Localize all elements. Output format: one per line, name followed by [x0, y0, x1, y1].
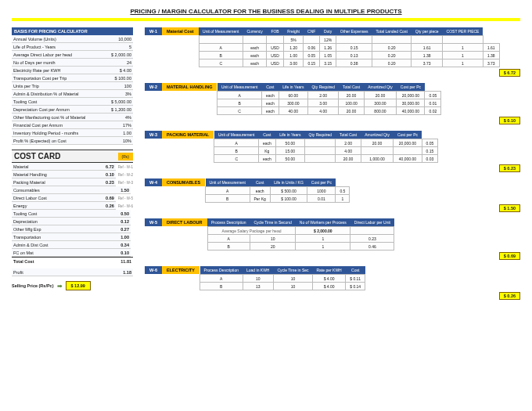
cc-val: 0.26	[91, 204, 114, 208]
basis-row: Tooling Cost$ 5,000.00	[12, 98, 133, 106]
th: Cost per Pc	[397, 83, 425, 92]
worksheet-W-2: W-2MATERIAL HANDLINGUnit of MeasurementC…	[145, 83, 520, 124]
basis-key: No of Days per month	[13, 60, 56, 65]
basis-header: BASIS FOR PRICING CALCULATOR	[12, 27, 133, 35]
th: Rate per KWH	[313, 266, 346, 275]
subcell	[304, 36, 320, 44]
cc-val: 0.12	[106, 219, 129, 224]
th: FOB	[267, 27, 284, 36]
basis-key: Inventory Holding Period - months	[13, 131, 78, 135]
basis-val: $ 4.00	[108, 68, 131, 73]
sum-box: $ 0.69	[499, 252, 520, 260]
cc-ref: Ref - W-3	[118, 181, 133, 185]
cell: 0.01	[307, 195, 336, 203]
basis-val: $ 100.00	[108, 76, 131, 81]
cell: A	[207, 235, 250, 243]
sum-box: $ 0.23	[499, 164, 520, 172]
cell: 300.00	[364, 99, 397, 107]
basis-key: Other Manfacturing cost % of Material	[13, 115, 85, 120]
cell: 13	[243, 283, 273, 290]
th: Other Expenses	[336, 27, 372, 36]
costcard-row: FC on Mat0.10	[12, 249, 131, 257]
selling-label: Selling Price (Rs/Pc)	[12, 283, 54, 288]
profit-label: Profit	[13, 270, 23, 275]
cell: C	[214, 155, 258, 163]
cell: 0.05	[422, 139, 438, 147]
cell: 15.00	[275, 147, 304, 155]
cell: A	[206, 187, 250, 195]
th: Cost	[258, 131, 275, 139]
cell: 0.23	[350, 235, 394, 243]
cell: 0.20	[372, 44, 411, 52]
cc-key: Transportation	[13, 235, 41, 240]
cell: each	[261, 107, 279, 115]
cell: 50.00	[275, 155, 304, 163]
cell: each	[243, 52, 266, 59]
cell: 1.00	[283, 52, 304, 59]
th: COST PER PIECE	[443, 27, 483, 36]
subcell	[199, 36, 243, 44]
cell: 1	[443, 52, 483, 59]
basis-row: Inventory Holding Period - months1.00	[12, 129, 133, 137]
costcard-row: Admin & Dist Cost0.34	[12, 241, 131, 249]
cell: 1	[443, 59, 483, 67]
wtag: W-2	[145, 83, 162, 91]
basis-row: Profit % (Expected) on Cost10%	[12, 137, 133, 145]
wname: DIRECT LABOUR	[162, 218, 207, 226]
arrow-icon: ➡	[57, 283, 63, 290]
cell: 1.61	[412, 44, 443, 52]
th: Cost per Pc	[307, 178, 336, 187]
wtag: W-4	[145, 178, 162, 186]
cell: Kg	[258, 147, 275, 155]
table-row: Aeach60.002.0020.0020.0020,000.000.05	[217, 92, 441, 99]
cell: 20.00	[336, 155, 361, 163]
basis-key: Units per Trip	[13, 84, 39, 88]
cell: 20,000.00	[394, 139, 422, 147]
cell: 1.61	[483, 44, 499, 52]
costcard-row: Energy0.26	[12, 202, 116, 210]
cell: 20.00	[361, 139, 394, 147]
basis-key: Tooling Cost	[13, 99, 37, 104]
cell: $ 4.00	[313, 283, 346, 290]
sum-box: $ 1.50	[499, 204, 520, 212]
th: Process Description	[200, 266, 243, 275]
cc-key: Admin & Dist Cost	[13, 243, 49, 247]
th: Direct Labor per Unit	[350, 218, 394, 227]
cc-key: Depreciation	[13, 219, 38, 224]
worksheet-W-6: W-6ELECTRICITYProcess DescriptionLoad in…	[145, 266, 520, 300]
cell: 0.15	[422, 147, 438, 155]
th: Duty	[320, 27, 336, 36]
basis-key: Financial Cost per Annum	[13, 123, 63, 128]
table-row: BPer Kg$ 100.000.011	[206, 195, 350, 203]
cell	[305, 139, 336, 147]
basis-row: Units per Trip100	[12, 82, 133, 90]
cell: 30,000.00	[397, 99, 425, 107]
costcard-row: Depreciation0.12	[12, 218, 131, 225]
cc-key: Material Handling	[13, 172, 47, 177]
cell: 10	[250, 235, 295, 243]
cell: 20	[250, 243, 295, 251]
basis-val: 17%	[108, 123, 131, 128]
costcard-row: Packing Material0.23	[12, 178, 116, 186]
cell: 0.02	[425, 107, 441, 115]
wtable: Unit of MeasurementCurrencyFOBFreightCNF…	[199, 27, 500, 67]
title-highlight	[12, 18, 520, 21]
cell: C	[199, 59, 243, 67]
cell: 0.13	[336, 52, 372, 59]
th: Qty Required	[305, 131, 336, 139]
cell: 20.00	[339, 107, 364, 115]
cell: 50.00	[275, 139, 304, 147]
cell: 1000	[307, 187, 336, 195]
cell: each	[258, 139, 275, 147]
th: Qty Required	[307, 83, 338, 92]
costcard-row: Other Mfg Exp0.27	[12, 225, 131, 233]
cc-ref: Ref - W-2	[118, 173, 133, 177]
th: Total Landed Cost	[372, 27, 411, 36]
cell: A	[214, 139, 258, 147]
cc-key: Tooling Cost	[13, 211, 37, 216]
basis-row: No of Days per month24	[12, 59, 133, 67]
basis-key: Profit % (Expected) on Cost	[13, 139, 66, 143]
table-row: A1010.23	[207, 235, 394, 243]
cell: 1.38	[412, 52, 443, 59]
basis-key: Admin & Distribution % of Material	[13, 92, 78, 96]
